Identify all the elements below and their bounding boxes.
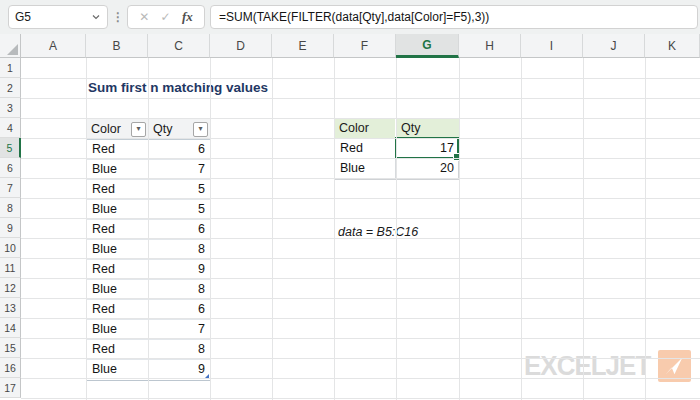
qty-cell[interactable]: 6 bbox=[149, 220, 210, 239]
name-box-value[interactable]: G5 bbox=[15, 10, 31, 24]
column-header-j[interactable]: J bbox=[583, 34, 645, 58]
qty-cell[interactable]: 6 bbox=[149, 140, 210, 159]
gridline bbox=[21, 218, 700, 219]
color-cell[interactable]: Blue bbox=[87, 160, 149, 179]
formula-bar-input[interactable]: =SUM(TAKE(FILTER(data[Qty],data[Color]=F… bbox=[210, 5, 698, 29]
row-header-11[interactable]: 11 bbox=[0, 258, 21, 278]
row-header-10[interactable]: 10 bbox=[0, 238, 21, 258]
gridline bbox=[21, 278, 700, 279]
row-header-17[interactable]: 17 bbox=[0, 378, 21, 398]
row-header-7[interactable]: 7 bbox=[0, 178, 21, 198]
row-header-14[interactable]: 14 bbox=[0, 318, 21, 338]
row-header-1[interactable]: 1 bbox=[0, 58, 21, 78]
qty-cell[interactable]: 20 bbox=[396, 159, 458, 179]
insert-function-icon[interactable]: fx bbox=[182, 9, 193, 25]
source-table-header-qty[interactable]: Qty ▾ bbox=[149, 119, 210, 139]
qty-cell[interactable]: 6 bbox=[149, 300, 210, 319]
qty-cell[interactable]: 9 bbox=[149, 360, 210, 380]
row-header-12[interactable]: 12 bbox=[0, 278, 21, 298]
color-cell[interactable]: Blue bbox=[87, 240, 149, 259]
filter-dropdown-icon[interactable]: ▾ bbox=[193, 122, 208, 137]
color-cell[interactable]: Blue bbox=[87, 200, 149, 219]
header-label: Color bbox=[91, 122, 121, 136]
qty-cell[interactable]: 9 bbox=[149, 260, 210, 279]
formula-text[interactable]: =SUM(TAKE(FILTER(data[Qty],data[Color]=F… bbox=[219, 10, 489, 24]
active-cell-selection bbox=[395, 137, 459, 159]
color-cell[interactable]: Blue bbox=[87, 360, 149, 380]
gridline bbox=[210, 58, 211, 400]
color-cell[interactable]: Blue bbox=[87, 320, 149, 339]
gridline bbox=[21, 358, 700, 359]
color-cell[interactable]: Blue bbox=[87, 280, 149, 299]
row-header-6[interactable]: 6 bbox=[0, 158, 21, 178]
column-header-i[interactable]: I bbox=[521, 34, 583, 58]
gridline bbox=[21, 178, 700, 179]
qty-cell[interactable]: 8 bbox=[149, 280, 210, 299]
gridline bbox=[521, 58, 522, 400]
select-all-corner[interactable] bbox=[0, 34, 21, 58]
column-header-g[interactable]: G bbox=[396, 34, 459, 58]
qty-cell[interactable]: 7 bbox=[149, 160, 210, 179]
result-table-header-qty[interactable]: Qty bbox=[396, 118, 459, 138]
color-cell[interactable]: Red bbox=[87, 140, 149, 159]
qty-cell[interactable]: 8 bbox=[149, 340, 210, 359]
spreadsheet-grid: Sum first n matching values data = B5:C1… bbox=[0, 34, 700, 400]
gridline bbox=[21, 238, 700, 239]
row-header-2[interactable]: 2 bbox=[0, 78, 21, 98]
color-cell[interactable]: Red bbox=[87, 220, 149, 239]
column-header-e[interactable]: E bbox=[272, 34, 334, 58]
gridline bbox=[21, 258, 700, 259]
column-header-h[interactable]: H bbox=[459, 34, 521, 58]
qty-cell[interactable]: 5 bbox=[149, 200, 210, 219]
exceljet-logo-text: EXCELJET bbox=[524, 351, 650, 382]
column-header-a[interactable]: A bbox=[21, 34, 86, 58]
named-range-note[interactable]: data = B5:C16 bbox=[338, 222, 418, 242]
name-box[interactable]: G5 bbox=[8, 5, 108, 29]
gridline bbox=[645, 58, 646, 400]
gridline bbox=[272, 58, 273, 400]
qty-cell[interactable]: 8 bbox=[149, 240, 210, 259]
gridline bbox=[148, 58, 149, 400]
gridline bbox=[21, 318, 700, 319]
row-header-3[interactable]: 3 bbox=[0, 98, 21, 118]
color-cell[interactable]: Red bbox=[87, 260, 149, 279]
gridline bbox=[21, 98, 700, 99]
column-header-d[interactable]: D bbox=[210, 34, 272, 58]
formula-buttons: ✕ ✓ fx bbox=[127, 5, 205, 29]
toolbar-separator: ⋮ bbox=[112, 5, 124, 29]
color-cell[interactable]: Red bbox=[87, 340, 149, 359]
color-cell[interactable]: Red bbox=[335, 139, 396, 158]
row-header-9[interactable]: 9 bbox=[0, 218, 21, 238]
row-header-8[interactable]: 8 bbox=[0, 198, 21, 218]
gridline bbox=[21, 398, 700, 399]
gridline bbox=[334, 58, 335, 400]
row-header-5[interactable]: 5 bbox=[0, 138, 21, 158]
cancel-icon[interactable]: ✕ bbox=[139, 10, 149, 24]
qty-cell[interactable]: 7 bbox=[149, 320, 210, 339]
color-cell[interactable]: Blue bbox=[335, 159, 396, 179]
gridline bbox=[21, 378, 700, 379]
column-header-c[interactable]: C bbox=[148, 34, 210, 58]
row-header-15[interactable]: 15 bbox=[0, 338, 21, 358]
row-header-4[interactable]: 4 bbox=[0, 118, 21, 138]
column-header-k[interactable]: K bbox=[645, 34, 700, 58]
column-header-b[interactable]: B bbox=[86, 34, 148, 58]
qty-cell[interactable]: 5 bbox=[149, 180, 210, 199]
column-header-f[interactable]: F bbox=[334, 34, 396, 58]
gridline bbox=[396, 58, 397, 400]
result-table-header-color[interactable]: Color bbox=[334, 118, 396, 138]
gridline bbox=[21, 338, 700, 339]
chevron-down-icon[interactable] bbox=[91, 12, 101, 22]
filter-dropdown-icon[interactable]: ▾ bbox=[131, 122, 146, 137]
source-table-header-color[interactable]: Color ▾ bbox=[87, 119, 149, 139]
header-label: Qty bbox=[153, 122, 172, 136]
enter-icon[interactable]: ✓ bbox=[161, 10, 171, 24]
color-cell[interactable]: Red bbox=[87, 180, 149, 199]
gridline bbox=[86, 58, 87, 400]
gridline bbox=[21, 298, 700, 299]
color-cell[interactable]: Red bbox=[87, 300, 149, 319]
worksheet-title[interactable]: Sum first n matching values bbox=[88, 78, 268, 98]
row-header-13[interactable]: 13 bbox=[0, 298, 21, 318]
row-header-16[interactable]: 16 bbox=[0, 358, 21, 378]
select-all-triangle-icon bbox=[7, 44, 18, 55]
